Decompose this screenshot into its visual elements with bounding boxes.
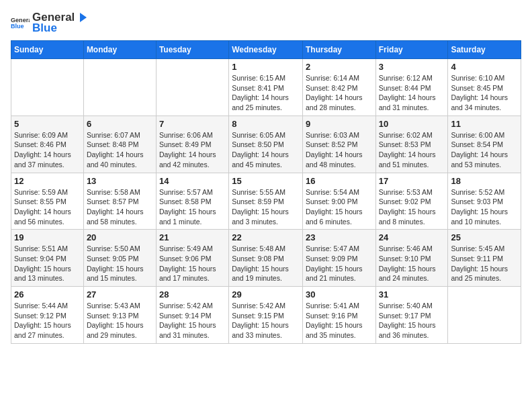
- calendar-cell-24: 24Sunrise: 5:46 AMSunset: 9:10 PMDayligh…: [375, 230, 448, 287]
- calendar-cell-12: 12Sunrise: 5:59 AMSunset: 8:55 PMDayligh…: [11, 173, 84, 230]
- calendar-week-5: 26Sunrise: 5:44 AMSunset: 9:12 PMDayligh…: [11, 287, 521, 344]
- day-header-wednesday: Wednesday: [229, 41, 303, 59]
- cell-date-18: 18: [451, 176, 518, 186]
- svg-text:General: General: [11, 17, 30, 24]
- calendar-week-1: 1Sunrise: 6:15 AMSunset: 8:41 PMDaylight…: [11, 59, 521, 116]
- cell-date-15: 15: [232, 176, 300, 186]
- calendar-cell-5: 5Sunrise: 6:09 AMSunset: 8:46 PMDaylight…: [11, 116, 84, 173]
- calendar-cell-7: 7Sunrise: 6:06 AMSunset: 8:49 PMDaylight…: [156, 116, 228, 173]
- calendar-cell-10: 10Sunrise: 6:02 AMSunset: 8:53 PMDayligh…: [375, 116, 448, 173]
- cell-date-10: 10: [379, 119, 445, 129]
- cell-info-30: Sunrise: 5:41 AMSunset: 9:16 PMDaylight:…: [306, 301, 373, 340]
- calendar-cell-empty-02: [156, 59, 228, 116]
- calendar-cell-30: 30Sunrise: 5:41 AMSunset: 9:16 PMDayligh…: [302, 287, 375, 344]
- calendar-cell-29: 29Sunrise: 5:42 AMSunset: 9:15 PMDayligh…: [229, 287, 303, 344]
- calendar-cell-empty-00: [11, 59, 84, 116]
- calendar-cell-8: 8Sunrise: 6:05 AMSunset: 8:50 PMDaylight…: [229, 116, 303, 173]
- cell-info-2: Sunrise: 6:14 AMSunset: 8:42 PMDaylight:…: [306, 73, 373, 113]
- cell-date-5: 5: [14, 119, 81, 129]
- cell-date-26: 26: [14, 289, 81, 300]
- calendar-cell-empty-01: [83, 59, 156, 116]
- calendar-cell-27: 27Sunrise: 5:43 AMSunset: 9:13 PMDayligh…: [83, 287, 156, 344]
- cell-date-3: 3: [379, 62, 445, 72]
- day-header-row: SundayMondayTuesdayWednesdayThursdayFrid…: [11, 41, 521, 59]
- calendar-week-3: 12Sunrise: 5:59 AMSunset: 8:55 PMDayligh…: [11, 173, 521, 230]
- cell-info-26: Sunrise: 5:44 AMSunset: 9:12 PMDaylight:…: [14, 301, 81, 340]
- cell-date-31: 31: [379, 289, 445, 300]
- header: General Blue General Blue: [11, 11, 521, 35]
- cell-date-16: 16: [306, 176, 373, 186]
- svg-marker-3: [80, 13, 87, 22]
- calendar-cell-3: 3Sunrise: 6:12 AMSunset: 8:44 PMDaylight…: [375, 59, 448, 116]
- calendar-cell-9: 9Sunrise: 6:03 AMSunset: 8:52 PMDaylight…: [302, 116, 375, 173]
- cell-info-9: Sunrise: 6:03 AMSunset: 8:52 PMDaylight:…: [306, 130, 373, 170]
- day-header-monday: Monday: [83, 41, 156, 59]
- cell-info-8: Sunrise: 6:05 AMSunset: 8:50 PMDaylight:…: [232, 130, 300, 170]
- calendar-cell-14: 14Sunrise: 5:57 AMSunset: 8:58 PMDayligh…: [156, 173, 228, 230]
- cell-info-29: Sunrise: 5:42 AMSunset: 9:15 PMDaylight:…: [232, 301, 300, 340]
- calendar-cell-2: 2Sunrise: 6:14 AMSunset: 8:42 PMDaylight…: [302, 59, 375, 116]
- cell-date-25: 25: [451, 232, 518, 242]
- cell-date-30: 30: [306, 289, 373, 300]
- cell-date-12: 12: [14, 176, 81, 186]
- cell-date-27: 27: [87, 289, 153, 300]
- cell-info-18: Sunrise: 5:52 AMSunset: 9:03 PMDaylight:…: [451, 187, 518, 227]
- cell-info-14: Sunrise: 5:57 AMSunset: 8:58 PMDaylight:…: [159, 187, 226, 227]
- calendar-cell-25: 25Sunrise: 5:45 AMSunset: 9:11 PMDayligh…: [448, 230, 521, 287]
- cell-date-22: 22: [232, 232, 300, 242]
- day-header-thursday: Thursday: [302, 41, 375, 59]
- cell-info-31: Sunrise: 5:40 AMSunset: 9:17 PMDaylight:…: [379, 301, 445, 340]
- day-header-sunday: Sunday: [11, 41, 84, 59]
- day-header-tuesday: Tuesday: [156, 41, 228, 59]
- day-header-friday: Friday: [375, 41, 448, 59]
- cell-date-20: 20: [87, 232, 153, 242]
- cell-date-1: 1: [232, 62, 300, 72]
- calendar-cell-empty-46: [448, 287, 521, 344]
- cell-info-12: Sunrise: 5:59 AMSunset: 8:55 PMDaylight:…: [14, 187, 81, 227]
- calendar-cell-28: 28Sunrise: 5:42 AMSunset: 9:14 PMDayligh…: [156, 287, 228, 344]
- cell-info-20: Sunrise: 5:50 AMSunset: 9:05 PMDaylight:…: [87, 244, 153, 283]
- cell-date-7: 7: [159, 119, 226, 129]
- calendar-cell-17: 17Sunrise: 5:53 AMSunset: 9:02 PMDayligh…: [375, 173, 448, 230]
- calendar-cell-11: 11Sunrise: 6:00 AMSunset: 8:54 PMDayligh…: [448, 116, 521, 173]
- cell-date-9: 9: [306, 119, 373, 129]
- calendar-cell-19: 19Sunrise: 5:51 AMSunset: 9:04 PMDayligh…: [11, 230, 84, 287]
- cell-info-5: Sunrise: 6:09 AMSunset: 8:46 PMDaylight:…: [14, 130, 81, 170]
- calendar-cell-1: 1Sunrise: 6:15 AMSunset: 8:41 PMDaylight…: [229, 59, 303, 116]
- cell-date-6: 6: [87, 119, 153, 129]
- cell-date-2: 2: [306, 62, 373, 72]
- cell-info-13: Sunrise: 5:58 AMSunset: 8:57 PMDaylight:…: [87, 187, 153, 227]
- calendar-cell-31: 31Sunrise: 5:40 AMSunset: 9:17 PMDayligh…: [375, 287, 448, 344]
- calendar-table: SundayMondayTuesdayWednesdayThursdayFrid…: [11, 40, 521, 344]
- cell-info-23: Sunrise: 5:47 AMSunset: 9:09 PMDaylight:…: [306, 244, 373, 283]
- cell-date-4: 4: [451, 62, 518, 72]
- cell-info-16: Sunrise: 5:54 AMSunset: 9:00 PMDaylight:…: [306, 187, 373, 227]
- cell-date-23: 23: [306, 232, 373, 242]
- cell-info-6: Sunrise: 6:07 AMSunset: 8:48 PMDaylight:…: [87, 130, 153, 170]
- calendar-cell-20: 20Sunrise: 5:50 AMSunset: 9:05 PMDayligh…: [83, 230, 156, 287]
- cell-info-25: Sunrise: 5:45 AMSunset: 9:11 PMDaylight:…: [451, 244, 518, 283]
- calendar-cell-16: 16Sunrise: 5:54 AMSunset: 9:00 PMDayligh…: [302, 173, 375, 230]
- cell-info-4: Sunrise: 6:10 AMSunset: 8:45 PMDaylight:…: [451, 73, 518, 113]
- cell-info-24: Sunrise: 5:46 AMSunset: 9:10 PMDaylight:…: [379, 244, 445, 283]
- calendar-cell-15: 15Sunrise: 5:55 AMSunset: 8:59 PMDayligh…: [229, 173, 303, 230]
- svg-text:Blue: Blue: [11, 23, 24, 30]
- cell-date-8: 8: [232, 119, 300, 129]
- calendar-cell-6: 6Sunrise: 6:07 AMSunset: 8:48 PMDaylight…: [83, 116, 156, 173]
- calendar-cell-4: 4Sunrise: 6:10 AMSunset: 8:45 PMDaylight…: [448, 59, 521, 116]
- cell-date-14: 14: [159, 176, 226, 186]
- cell-info-27: Sunrise: 5:43 AMSunset: 9:13 PMDaylight:…: [87, 301, 153, 340]
- cell-info-1: Sunrise: 6:15 AMSunset: 8:41 PMDaylight:…: [232, 73, 300, 113]
- cell-info-28: Sunrise: 5:42 AMSunset: 9:14 PMDaylight:…: [159, 301, 226, 340]
- calendar-week-2: 5Sunrise: 6:09 AMSunset: 8:46 PMDaylight…: [11, 116, 521, 173]
- cell-info-17: Sunrise: 5:53 AMSunset: 9:02 PMDaylight:…: [379, 187, 445, 227]
- logo-icon: General Blue: [11, 13, 30, 32]
- calendar-cell-26: 26Sunrise: 5:44 AMSunset: 9:12 PMDayligh…: [11, 287, 84, 344]
- cell-date-11: 11: [451, 119, 518, 129]
- cell-info-22: Sunrise: 5:48 AMSunset: 9:08 PMDaylight:…: [232, 244, 300, 283]
- cell-date-13: 13: [87, 176, 153, 186]
- day-header-saturday: Saturday: [448, 41, 521, 59]
- logo-triangle-icon: [76, 11, 88, 24]
- calendar-cell-22: 22Sunrise: 5:48 AMSunset: 9:08 PMDayligh…: [229, 230, 303, 287]
- cell-info-3: Sunrise: 6:12 AMSunset: 8:44 PMDaylight:…: [379, 73, 445, 113]
